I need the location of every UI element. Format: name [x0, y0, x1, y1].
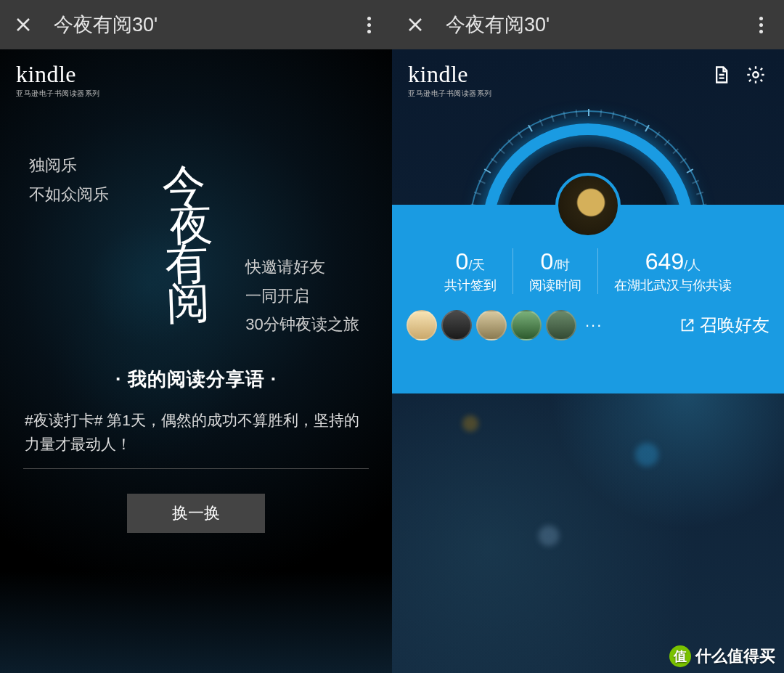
calligraphy-title: 今 夜 有 阅: [157, 166, 216, 324]
friend-avatar[interactable]: [476, 310, 507, 340]
page-title: 今夜有阅30': [446, 12, 751, 38]
close-icon[interactable]: [13, 15, 33, 35]
invite-button[interactable]: 召唤好友: [679, 314, 769, 337]
friends-more[interactable]: ···: [585, 316, 603, 335]
kindle-logo: kindle 亚马逊电子书阅读器系列: [16, 62, 100, 99]
close-icon[interactable]: [405, 15, 425, 35]
stat-reading-time: 0/时 阅读时间: [513, 248, 597, 294]
friend-avatar[interactable]: [441, 310, 472, 340]
friend-avatar[interactable]: [511, 310, 542, 340]
app-bar: 今夜有阅30': [0, 0, 392, 49]
hero-tagline-right: 快邀请好友 一同开启 30分钟夜读之旅: [245, 253, 370, 339]
page-title: 今夜有阅30': [54, 12, 359, 38]
share-text: #夜读打卡# 第1天，偶然的成功不算胜利，坚持的力量才最动人！: [0, 392, 392, 464]
stat-checkin: 0/天 共计签到: [428, 248, 513, 294]
kindle-logo: kindle 亚马逊电子书阅读器系列: [408, 62, 492, 99]
document-icon[interactable]: [709, 62, 733, 87]
swap-button[interactable]: 换一换: [127, 494, 265, 533]
friend-avatar[interactable]: [546, 310, 576, 340]
share-heading: 我的阅读分享语: [0, 367, 392, 392]
more-icon[interactable]: [751, 17, 771, 33]
friend-avatar[interactable]: [407, 310, 437, 340]
watermark: 值 什么值得买: [669, 645, 775, 667]
more-icon[interactable]: [359, 17, 379, 33]
stat-readers: 649/人 在湖北武汉与你共读: [597, 248, 748, 294]
gear-icon[interactable]: [743, 62, 768, 87]
avatar[interactable]: [555, 173, 621, 238]
share-icon: [679, 317, 695, 333]
hero-tagline-left: 独阅乐 不如众阅乐: [29, 151, 128, 339]
svg-point-0: [753, 72, 758, 77]
app-bar: 今夜有阅30': [392, 0, 784, 49]
